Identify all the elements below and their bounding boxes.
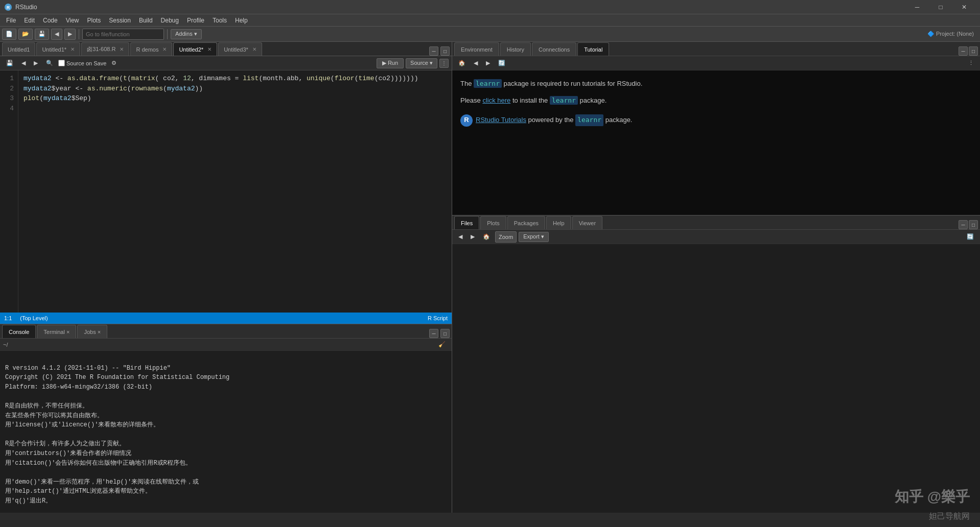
- minimize-button[interactable]: ─: [905, 0, 929, 14]
- save-button[interactable]: 💾: [35, 29, 49, 40]
- panel-tab-viewer[interactable]: Viewer: [572, 216, 602, 229]
- console-collapse-button[interactable]: ─: [429, 329, 438, 338]
- console-tabs: Console Terminal × Jobs × ─ □: [0, 324, 452, 339]
- editor-forward-button[interactable]: ▶: [31, 58, 41, 68]
- menu-plots[interactable]: Plots: [83, 16, 105, 25]
- top-right-expand[interactable]: □: [969, 46, 978, 56]
- editor-content: 1 2 3 4 mydata2 <- as.data.frame(t(matri…: [0, 70, 452, 313]
- working-dir: ~/: [3, 342, 8, 348]
- panel-tab-files[interactable]: Files: [454, 216, 479, 229]
- go-to-file-input[interactable]: [82, 29, 164, 40]
- bottom-right-toolbar: ◀ ▶ 🏠 Zoom Export ▾ 🔄: [452, 230, 980, 244]
- panel-tab-plots[interactable]: Plots: [480, 216, 506, 229]
- menu-profile[interactable]: Profile: [183, 16, 208, 25]
- menu-tools[interactable]: Tools: [208, 16, 231, 25]
- find-button[interactable]: 🔍: [43, 58, 56, 68]
- editor-tab-untitled1[interactable]: Untitled1: [2, 42, 35, 56]
- console-line: [5, 506, 447, 513]
- panel-tab-history[interactable]: History: [500, 42, 531, 56]
- console-tab-console[interactable]: Console: [2, 325, 36, 338]
- source-on-save-label[interactable]: Source on Save: [58, 60, 106, 66]
- panel-tab-help[interactable]: Help: [546, 216, 571, 229]
- tutorial-refresh-button[interactable]: 🔄: [495, 58, 508, 68]
- menu-debug[interactable]: Debug: [157, 16, 183, 25]
- editor-toolbar: 💾 ◀ ▶ 🔍 Source on Save ⚙ ▶ Run Source ▾ …: [0, 56, 452, 70]
- console-line: 用'q()'退出R。: [5, 496, 447, 506]
- console-line: Platform: i386-w64-mingw32/i386 (32-bit): [5, 382, 447, 392]
- rstudio-tutorials-link[interactable]: RStudio Tutorials: [476, 115, 526, 126]
- editor-tab-untitled3[interactable]: Untitled3* ✕: [218, 42, 262, 56]
- addins-button[interactable]: Addins ▾: [171, 29, 202, 39]
- new-file-button[interactable]: 📄: [2, 29, 16, 40]
- tab-close-icon[interactable]: ✕: [252, 46, 256, 52]
- menu-session[interactable]: Session: [105, 16, 135, 25]
- main-toolbar: 📄 📂 💾 ◀ ▶ Addins ▾ 🔷 Project: (None): [0, 27, 980, 42]
- menu-build[interactable]: Build: [135, 16, 157, 25]
- click-here-link[interactable]: click here: [482, 97, 510, 104]
- tutorial-forward-button[interactable]: ▶: [483, 58, 493, 68]
- panel-tab-environment[interactable]: Environment: [454, 42, 499, 56]
- panel-tab-connections[interactable]: Connections: [532, 42, 576, 56]
- editor-collapse-button[interactable]: ─: [429, 46, 438, 56]
- tutorial-home-button[interactable]: 🏠: [455, 58, 469, 68]
- forward-button[interactable]: ▶: [64, 29, 76, 40]
- editor-toolbar-more[interactable]: ⋮: [439, 59, 449, 68]
- bottom-right-expand[interactable]: □: [969, 220, 978, 229]
- files-back-button[interactable]: ◀: [455, 232, 465, 242]
- editor-tab-rdemos[interactable]: R demos ✕: [130, 42, 172, 56]
- console-expand-button[interactable]: □: [440, 329, 450, 338]
- panel-tab-packages[interactable]: Packages: [507, 216, 545, 229]
- files-refresh-button[interactable]: 🔄: [964, 232, 977, 242]
- code-editor[interactable]: mydata2 <- as.data.frame(t(matrix( co2, …: [18, 70, 452, 313]
- top-right-collapse[interactable]: ─: [959, 46, 968, 56]
- files-home-button[interactable]: 🏠: [480, 232, 493, 242]
- console-line: R是自由软件，不带任何担保。: [5, 401, 447, 411]
- editor-tab-untitled1-modified[interactable]: Untitled1* ✕: [36, 42, 80, 56]
- console-line: 用'citation()'会告诉你如何在出版物中正确地引用R或R程序包。: [5, 459, 447, 468]
- watermark2: 妲己导航网: [929, 511, 970, 522]
- window-controls: ─ □ ✕: [905, 0, 976, 14]
- tab-close-icon[interactable]: ✕: [120, 46, 124, 52]
- panel-tab-tutorial[interactable]: Tutorial: [577, 42, 609, 56]
- files-forward-button[interactable]: ▶: [468, 232, 478, 242]
- console-tab-jobs[interactable]: Jobs ×: [77, 325, 107, 338]
- console-line: [5, 392, 447, 401]
- tutorial-more-button[interactable]: ⋮: [965, 58, 977, 68]
- bottom-right-collapse[interactable]: ─: [959, 220, 968, 229]
- console-content[interactable]: R version 4.1.2 (2021-11-01) -- "Bird Hi…: [0, 351, 452, 513]
- tutorial-back-button[interactable]: ◀: [471, 58, 481, 68]
- menu-edit[interactable]: Edit: [20, 16, 39, 25]
- title-text: RStudio: [15, 4, 905, 11]
- editor-back-button[interactable]: ◀: [18, 58, 29, 68]
- editor-options-button[interactable]: ⚙: [108, 58, 120, 68]
- console-line: [5, 354, 447, 364]
- toolbar-separator: [79, 29, 79, 39]
- zoom-button[interactable]: Zoom: [495, 231, 517, 243]
- editor-tab-608[interactable]: 卤31-608.R ✕: [81, 42, 129, 56]
- console-line: Copyright (C) 2021 The R Foundation for …: [5, 373, 447, 382]
- tab-close-icon[interactable]: ✕: [71, 46, 75, 52]
- editor-expand-button[interactable]: □: [440, 46, 450, 56]
- right-panel: Environment History Connections Tutorial…: [452, 42, 980, 513]
- source-on-save-checkbox[interactable]: [58, 60, 65, 66]
- console-line: 用'help.start()'通过HTML浏览器来看帮助文件。: [5, 487, 447, 496]
- console-clear-button[interactable]: 🧹: [435, 340, 449, 350]
- run-button[interactable]: ▶ Run: [377, 58, 404, 68]
- editor-tab-untitled2[interactable]: Untitled2* ✕: [173, 42, 217, 56]
- maximize-button[interactable]: □: [929, 0, 952, 14]
- menu-view[interactable]: View: [62, 16, 83, 25]
- menu-code[interactable]: Code: [39, 16, 62, 25]
- tab-close-icon[interactable]: ✕: [162, 46, 167, 52]
- console-area: Console Terminal × Jobs × ─ □ ~/ 🧹 R ver…: [0, 324, 452, 513]
- console-tab-terminal[interactable]: Terminal ×: [37, 325, 76, 338]
- source-button[interactable]: Source ▾: [406, 58, 437, 68]
- tutorial-content: The learnr package is required to run tu…: [452, 70, 980, 215]
- menu-help[interactable]: Help: [231, 16, 252, 25]
- export-button[interactable]: Export ▾: [519, 232, 549, 242]
- back-button[interactable]: ◀: [51, 29, 62, 40]
- menu-file[interactable]: File: [2, 16, 20, 25]
- save-editor-button[interactable]: 💾: [3, 58, 16, 68]
- tab-close-icon[interactable]: ✕: [207, 46, 212, 52]
- close-button[interactable]: ✕: [952, 0, 976, 14]
- open-button[interactable]: 📂: [18, 29, 33, 40]
